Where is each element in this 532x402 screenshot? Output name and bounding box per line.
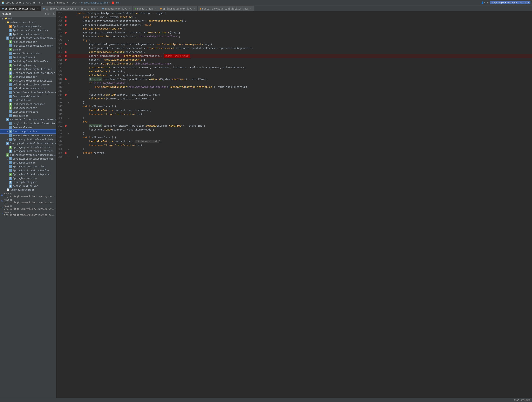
- tree-label-springbootconf: SpringBootConfiguration: [13, 165, 45, 168]
- tree-item-confbootstrapctx[interactable]: I ConfigurableBootstrapContext: [0, 79, 56, 83]
- breakpoint-304[interactable]: [64, 55, 67, 57]
- code-326: handleRunFailure(context, ex, listeners:…: [70, 139, 532, 143]
- fold-313[interactable]: ▶: [67, 89, 70, 93]
- tab-close-springbootbanner[interactable]: ✕: [194, 7, 195, 10]
- tree-item-exitcodegen[interactable]: I ExitCodeGenerator: [0, 106, 56, 110]
- tree-item-exitcodeevent[interactable]: C ExitCodeEvent: [0, 98, 56, 102]
- tree-item-springappbannerprnt[interactable]: ▶ C SpringApplicationBannerPrinter: [0, 138, 56, 141]
- fold-311[interactable]: ▶: [67, 81, 70, 85]
- tree-item-springbootver[interactable]: C SpringBootVersion: [0, 176, 56, 180]
- tree-item-springbootexchandler[interactable]: C SpringBootExceptionHandler: [0, 169, 56, 172]
- code-editor[interactable]: 293 public ConfigurableApplicationContex…: [56, 11, 532, 402]
- line-num-328: 328: [56, 147, 64, 151]
- tree-item-springbootconf[interactable]: C SpringBootConfiguration: [0, 165, 56, 169]
- tree-item-cmdlinerunner[interactable]: I CommandLineRunner: [0, 75, 56, 79]
- tab-imagebanner[interactable]: ImageBanner.java ✕: [100, 6, 132, 11]
- breakpoint-314[interactable]: [64, 94, 67, 96]
- tab-springbootbanner[interactable]: SpringBootBanner.java ✕: [158, 6, 197, 11]
- breakpoint-296[interactable]: [64, 24, 67, 26]
- tab-close-springapplication[interactable]: ✕: [37, 7, 39, 10]
- tree-item-defappargs[interactable]: ▶ C DefaultApplicationArguments: [0, 83, 56, 87]
- maven-item-4[interactable]: 🗂 Maven: org.springframework.boot:spring…: [0, 211, 56, 217]
- tab-bannerprt[interactable]: SpringApplicationBannerPrinter.java ✕: [41, 6, 100, 11]
- tab-close-imagebanner[interactable]: ✕: [129, 7, 130, 10]
- sidebar-icon-3[interactable]: ⬍: [50, 13, 52, 16]
- breadcrumb-org[interactable]: org: [39, 1, 43, 4]
- settings-icon[interactable]: ⚙: [487, 1, 488, 4]
- breakpoint-305[interactable]: [64, 59, 67, 61]
- tree-item-defbootstrapctx[interactable]: C DefaultBootstrapContext: [0, 87, 56, 90]
- tree-item-springapp[interactable]: ▼ C SpringApplication: [0, 129, 56, 134]
- code-lines: 293 public ConfigurableApplicationContex…: [56, 11, 532, 159]
- run-config-label[interactable]: ▶ SpringBootDemoApplication ▾: [490, 1, 531, 4]
- breadcrumb-jar[interactable]: 🫙 spring-boot-2.7.5.jar: [1, 1, 35, 4]
- tree-item-bootstrapctx[interactable]: C BootstrapContext: [0, 56, 56, 59]
- tree-item-log4j2[interactable]: 📄 log4j2.springboot: [0, 188, 56, 192]
- breakpoint-303[interactable]: [64, 51, 67, 53]
- maven-item-3[interactable]: 🗂 Maven: org.springframework.boot:spring…: [0, 204, 56, 211]
- breakpoint-310[interactable]: [64, 78, 67, 80]
- breadcrumb-springapplication[interactable]: ⚙ SpringApplication: [81, 1, 108, 4]
- tree-item-exitcodegens[interactable]: C ExitCodeGenerators: [0, 110, 56, 114]
- tree-item-resbanner[interactable]: C ResourceBanner: [0, 126, 56, 129]
- tab-banner[interactable]: Banner.java ✕: [133, 6, 158, 11]
- tree-item-appctxfactory[interactable]: C ApplicationContextFactory: [0, 28, 56, 32]
- tab-close-bootstrapinit[interactable]: ✕: [250, 7, 252, 10]
- tree-item-webservices[interactable]: ▶ 📁 webservices.client: [0, 21, 56, 25]
- tree-item-springappshutdownhandle[interactable]: I SpringApplicationShutdownHandle...: [0, 153, 56, 157]
- breakpoint-329[interactable]: [64, 152, 67, 154]
- tree-item-startupinfologger[interactable]: C StartupInfoLogger: [0, 180, 56, 184]
- breakpoint-298[interactable]: [64, 32, 67, 34]
- sidebar-icon-1[interactable]: ⊕: [44, 13, 46, 16]
- tree-item-bootstrapctxclosed[interactable]: C BootstrapContextClosedEvent: [0, 59, 56, 63]
- maven-item-1[interactable]: 🗂 Maven: org.springframework.boot:spring…: [0, 192, 56, 198]
- tree-item-lazyinit[interactable]: C LazyInitializationBeanFactoryPostPr...: [0, 118, 56, 122]
- tree-item-exitcodeexcmapper[interactable]: I ExitCodeExceptionMapper: [0, 102, 56, 106]
- tree-item-defprops[interactable]: C DefaultPropertiesPropertySource: [0, 90, 56, 94]
- tree-item-banner[interactable]: ▶ I Banner: [0, 48, 56, 52]
- tab-bootstrapinit[interactable]: BootstrapRegistryInitializer.java ✕: [198, 6, 254, 11]
- maven-item-2[interactable]: 🗂 Maven: org.springframework.boot:spring…: [0, 198, 56, 204]
- tree-item-appenv[interactable]: C ApplicationEnvironment: [0, 32, 56, 36]
- user-icon[interactable]: 👤▾: [481, 1, 485, 4]
- tree-item-propsource[interactable]: C PropertySourceOrderingBeanFa...: [0, 134, 56, 138]
- tree-item-bootstrapreg[interactable]: I BootstrapRegistry: [0, 63, 56, 67]
- tree-item-webapptype[interactable]: C WebApplicationType: [0, 184, 56, 188]
- fold-330[interactable]: ▶: [67, 155, 70, 159]
- tree-item-web[interactable]: ▶ 📁 web: [0, 17, 56, 21]
- fold-316[interactable]: ▶: [67, 100, 70, 105]
- tree-item-lazyinitexcl[interactable]: C LazyInitializationExcludeFilter: [0, 122, 56, 126]
- breakpoint-301[interactable]: [64, 43, 67, 45]
- tab-close-banner[interactable]: ✕: [154, 7, 156, 10]
- breakpoint-294[interactable]: [64, 16, 67, 18]
- fold-328[interactable]: ▶: [67, 147, 70, 151]
- tree-item-springapprunlisteners[interactable]: C SpringApplicationRunListeners: [0, 149, 56, 153]
- tab-close-bannerprt[interactable]: ✕: [96, 7, 98, 10]
- tree-item-appargs[interactable]: I ApplicationArguments: [0, 25, 56, 28]
- tree-item-springappshutdownhook[interactable]: ▶ C SpringApplicationShutdownHook: [0, 157, 56, 161]
- tree-item-bootstrapreginit[interactable]: I BootstrapRegistryInitializer: [0, 67, 56, 71]
- fold-320[interactable]: ▶: [67, 116, 70, 120]
- tree-item-apprunner[interactable]: I ApplicationRunner: [0, 40, 56, 44]
- breadcrumb-run[interactable]: 🔴 run: [112, 1, 120, 4]
- tree-item-springapprunlistener[interactable]: I SpringApplicationRunListener: [0, 145, 56, 149]
- sidebar-icon-2[interactable]: ≡: [47, 13, 49, 16]
- fold-324[interactable]: ▶: [67, 132, 70, 136]
- tab-springapplication[interactable]: SpringApplication.java ✕: [0, 6, 41, 11]
- tree-item-springbootexcreporter[interactable]: I SpringBootExceptionReporter: [0, 172, 56, 176]
- maven-icon-4: 🗂: [1, 212, 3, 215]
- breadcrumb-springframework[interactable]: springframework: [47, 1, 68, 4]
- sidebar-icon-4[interactable]: ⚙: [53, 13, 55, 16]
- tree-item-beandefloader[interactable]: C BeanDefinitionLoader: [0, 52, 56, 56]
- tree-item-appreactive[interactable]: C ApplicationReactiveWebEnvironme...: [0, 36, 56, 40]
- tree-item-springappextkt[interactable]: C SpringApplicationExtensionsKt.clas...: [0, 141, 56, 145]
- tree-item-imagebanner[interactable]: C ImageBanner: [0, 114, 56, 118]
- breakpoint-295[interactable]: [64, 20, 67, 22]
- tree-item-clearcaches[interactable]: C ClearCachesApplicationListener: [0, 71, 56, 75]
- tree-item-springbootbanner[interactable]: C SpringBootBanner: [0, 161, 56, 165]
- breadcrumb-boot[interactable]: boot: [72, 1, 77, 4]
- breakpoint-322[interactable]: [64, 125, 67, 127]
- tree-item-envconv[interactable]: C EnvironmentConverter: [0, 94, 56, 98]
- fold-300[interactable]: ▶: [67, 38, 70, 42]
- tree-item-appservlet[interactable]: C ApplicationServletEnvironment: [0, 44, 56, 48]
